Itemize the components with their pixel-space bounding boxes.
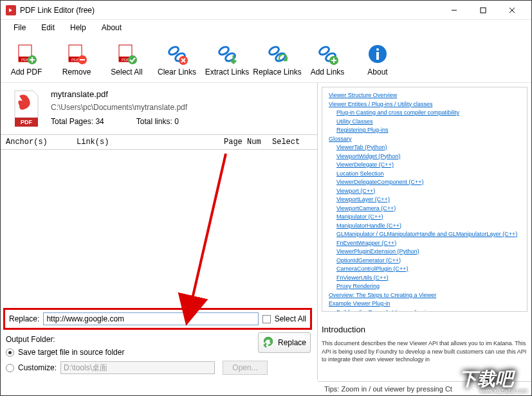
close-button[interactable] — [497, 1, 526, 19]
select-all-label: Select All — [275, 314, 306, 323]
replace-arrow-icon — [262, 337, 274, 348]
preview-link[interactable]: Glossary — [329, 135, 520, 144]
menu-edit[interactable]: Edit — [33, 22, 62, 33]
replace-label: Replace: — [9, 314, 39, 323]
maximize-button[interactable] — [468, 1, 497, 19]
preview-link[interactable]: ViewerDelegate (C++) — [336, 161, 520, 170]
file-info: PDF mytranslate.pdf C:\Users\pc\Document… — [1, 83, 317, 134]
preview-link[interactable]: CameraControlPlugin (C++) — [336, 265, 520, 274]
radio-source-folder[interactable] — [6, 348, 14, 357]
replace-row: Replace: Select All — [3, 308, 312, 330]
preview-link[interactable]: Proxy Rendering — [336, 282, 520, 291]
open-button[interactable]: Open... — [223, 361, 268, 375]
menu-file[interactable]: File — [6, 22, 33, 33]
preview-link[interactable]: Example Viewer Plug-in — [329, 300, 520, 309]
preview-link[interactable]: ManipulatorHandle (C++) — [336, 222, 520, 231]
status-tip: Tips: Zoom in / out viewer by pressing C… — [324, 385, 452, 393]
total-links-value: 0 — [174, 117, 179, 126]
list-header: Anchor(s) Link(s) Page Num Select — [1, 134, 317, 150]
preview-link[interactable]: Plug-in Casting and cross compiler compa… — [336, 109, 520, 118]
add-links-button[interactable]: Add Links — [308, 42, 347, 76]
info-icon — [365, 42, 390, 66]
arrow-annotation — [59, 147, 239, 329]
right-panel: Viewer Structure OverviewViewer Entities… — [318, 83, 531, 380]
clear-links-icon — [165, 42, 189, 66]
remove-button[interactable]: PDF Remove — [57, 42, 96, 76]
preview-link[interactable]: Location Selection — [336, 170, 520, 179]
col-links[interactable]: Link(s) — [77, 138, 224, 147]
preview-link[interactable]: Manipulator (C++) — [336, 213, 520, 222]
toolbar: PDF Add PDF PDF Remove PDF Select All Cl… — [1, 35, 531, 83]
svg-rect-35 — [376, 52, 379, 60]
col-select[interactable]: Select — [272, 138, 312, 147]
file-name: mytranslate.pdf — [51, 89, 308, 99]
preview-link[interactable]: Viewer Entities / Plug-ins / Utility cla… — [329, 100, 520, 109]
total-links-label: Total links: — [136, 117, 172, 126]
preview-link[interactable]: ViewerDelegateComponent (C++) — [336, 178, 520, 187]
preview-link[interactable]: FnEventWrapper (C++) — [336, 239, 520, 248]
tool-label: Add Links — [311, 68, 345, 76]
replace-button[interactable]: Replace — [258, 332, 311, 353]
clear-links-button[interactable]: Clear Links — [158, 42, 196, 76]
tool-label: Remove — [62, 68, 91, 76]
svg-line-38 — [187, 154, 226, 321]
select-all-button[interactable]: PDF Select All — [107, 42, 146, 76]
col-anchor[interactable]: Anchor(s) — [6, 138, 77, 147]
extract-links-icon — [215, 42, 239, 66]
about-button[interactable]: About — [358, 42, 397, 76]
add-links-icon — [315, 42, 340, 66]
preview-link[interactable]: FnViewerUtils (C++) — [336, 274, 520, 283]
svg-text:PDF: PDF — [21, 119, 33, 125]
radio-source-label: Save target file in source folder — [18, 348, 124, 357]
replace-btn-label: Replace — [278, 338, 306, 347]
tool-label: About — [367, 68, 387, 76]
total-pages-label: Total Pages: — [51, 117, 93, 126]
pdf-remove-icon: PDF — [64, 42, 89, 66]
preview-scroll[interactable]: Viewer Structure OverviewViewer Entities… — [322, 87, 527, 312]
preview-link[interactable]: ViewerPluginExtension (Python) — [336, 248, 520, 256]
menu-about[interactable]: About — [94, 22, 129, 33]
preview-link[interactable]: ViewerTab (Python) — [336, 143, 520, 152]
customize-path-input[interactable] — [60, 361, 215, 374]
preview-link[interactable]: ViewportCamera (C++) — [336, 204, 520, 213]
app-icon — [6, 5, 16, 15]
tool-label: Extract Links — [205, 68, 250, 76]
replace-links-icon — [265, 42, 289, 66]
preview-link[interactable]: Viewer Structure Overview — [329, 91, 520, 100]
tool-label: Select All — [111, 68, 142, 76]
left-panel: PDF mytranslate.pdf C:\Users\pc\Document… — [1, 83, 318, 380]
intro-title: Introduction — [322, 325, 527, 334]
preview-link[interactable]: Viewport (C++) — [336, 187, 520, 196]
menu-help[interactable]: Help — [62, 22, 94, 33]
preview-link[interactable]: Registering Plug-ins — [336, 126, 520, 135]
menubar: File Edit Help About — [1, 20, 531, 35]
add-pdf-button[interactable]: PDF Add PDF — [7, 42, 46, 76]
window-title: PDF Link Editor (free) — [20, 6, 439, 15]
total-pages-value: 34 — [95, 117, 104, 126]
replace-input[interactable] — [43, 312, 258, 325]
svg-point-34 — [376, 48, 379, 51]
preview-link[interactable]: OptionIdGenerator (C++) — [336, 256, 520, 266]
preview-link[interactable]: Overview: The Steps to Creating a Viewer — [329, 291, 520, 300]
preview-link[interactable]: GLManipulator / GLManipulatorHandle and … — [336, 230, 520, 239]
intro-text: This document describes the new Viewer A… — [322, 339, 527, 364]
tool-label: Add PDF — [11, 68, 42, 76]
preview-link[interactable]: Utility Classes — [336, 118, 520, 127]
minimize-button[interactable] — [439, 1, 468, 19]
replace-links-button[interactable]: Replace Links — [258, 42, 297, 76]
preview-link[interactable]: ViewportLayer (C++) — [336, 195, 520, 204]
pdf-add-icon: PDF — [14, 42, 39, 66]
output-area: Output Folder: Save target file in sourc… — [6, 335, 312, 379]
select-all-checkbox[interactable] — [262, 315, 271, 323]
tool-label: Replace Links — [253, 68, 301, 76]
extract-links-button[interactable]: Extract Links — [208, 42, 246, 76]
preview-link[interactable]: ViewportWidget (Python) — [336, 152, 520, 161]
col-page[interactable]: Page Num — [224, 138, 272, 147]
radio-customize[interactable] — [6, 364, 14, 372]
preview-link[interactable]: Building the Example Viewer plug-in — [336, 309, 520, 312]
tool-label: Clear Links — [158, 68, 196, 76]
svg-point-18 — [128, 55, 137, 64]
pdf-select-icon: PDF — [115, 42, 139, 66]
status-bar: Tips: Zoom in / out viewer by pressing C… — [318, 381, 531, 395]
pdf-file-icon: PDF — [10, 89, 42, 128]
